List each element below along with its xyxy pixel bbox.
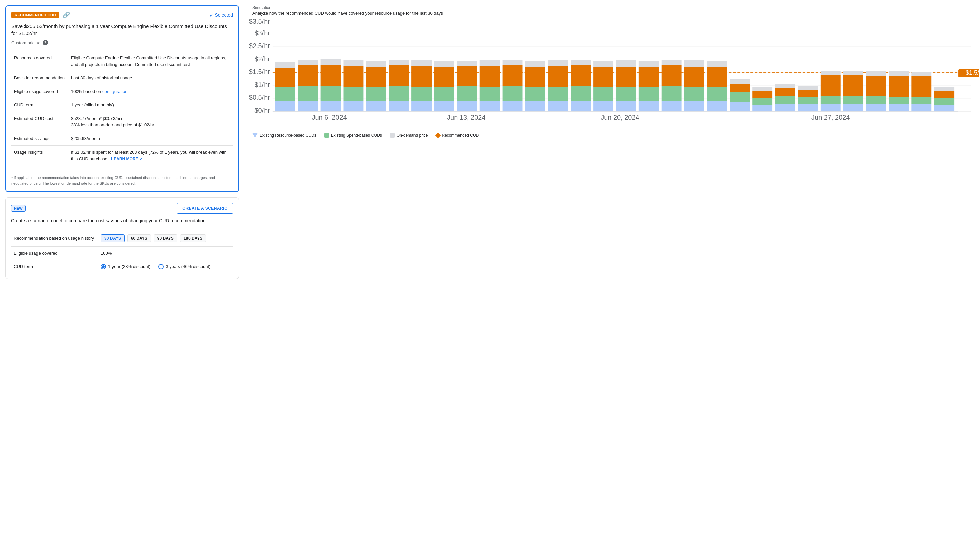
30-days-tab[interactable]: 30 DAYS [101, 234, 125, 242]
row-label: Estimated savings [12, 132, 68, 145]
row-value: Last 30 days of historical usage [68, 71, 233, 85]
svg-rect-52 [457, 60, 477, 66]
legend-diamond-icon [435, 133, 441, 138]
days-tabs: 30 DAYS 60 DAYS 90 DAYS 180 DAYS [101, 234, 231, 242]
svg-rect-128 [889, 71, 909, 76]
svg-rect-25 [321, 101, 341, 112]
svg-rect-21 [298, 101, 318, 112]
svg-rect-107 [775, 88, 795, 96]
svg-rect-62 [525, 87, 545, 101]
svg-rect-111 [798, 90, 818, 97]
selected-badge: ✓ Selected [209, 12, 233, 18]
1-year-radio-option[interactable]: 1 year (28% discount) [101, 264, 150, 269]
svg-rect-22 [298, 86, 318, 101]
svg-rect-84 [639, 60, 659, 67]
learn-more-link[interactable]: LEARN MORE ↗ [111, 156, 143, 162]
row-label: Eligible usage covered [12, 85, 68, 98]
1-year-radio[interactable] [101, 264, 106, 269]
svg-rect-124 [866, 71, 886, 76]
svg-rect-48 [434, 60, 454, 67]
svg-rect-44 [411, 60, 431, 66]
svg-rect-59 [503, 65, 523, 86]
180-days-tab[interactable]: 180 DAYS [180, 234, 206, 242]
rec-title: Save $205.63/month by purchasing a 1 yea… [12, 23, 233, 37]
legend-recommended-cud: Recommended CUD [436, 133, 479, 138]
svg-text:$1.5/hr: $1.5/hr [249, 68, 270, 75]
svg-rect-102 [752, 98, 772, 105]
svg-rect-60 [503, 60, 523, 65]
svg-rect-100 [730, 79, 750, 83]
svg-rect-42 [411, 87, 431, 101]
svg-rect-38 [389, 86, 409, 101]
right-panel: Simulation Analyze how the recommended C… [244, 0, 979, 560]
svg-rect-53 [480, 101, 500, 112]
3-year-radio[interactable] [159, 264, 164, 269]
svg-rect-110 [798, 97, 818, 104]
1-year-label: 1 year (28% discount) [108, 264, 150, 269]
table-row: Eligible usage covered 100% [11, 246, 233, 260]
table-row: Usage insights If $1.02/hr is spent for … [12, 145, 233, 166]
svg-rect-112 [798, 86, 818, 90]
svg-rect-96 [707, 60, 727, 67]
row-value: Eligible Compute Engine Flexible Committ… [68, 51, 233, 71]
svg-rect-136 [934, 87, 954, 91]
svg-rect-55 [480, 66, 500, 87]
svg-rect-80 [616, 60, 636, 67]
svg-rect-66 [548, 87, 568, 101]
svg-rect-23 [298, 65, 318, 86]
svg-rect-86 [662, 86, 682, 101]
svg-rect-95 [707, 67, 727, 87]
svg-rect-115 [820, 75, 841, 96]
svg-rect-50 [457, 86, 477, 101]
svg-rect-57 [503, 101, 523, 112]
svg-text:$3.5/hr: $3.5/hr [249, 18, 270, 25]
svg-rect-58 [503, 86, 523, 101]
svg-rect-113 [820, 104, 841, 112]
legend-triangle-icon [252, 133, 258, 138]
svg-rect-126 [889, 97, 909, 104]
60-days-tab[interactable]: 60 DAYS [127, 234, 151, 242]
svg-text:$3/hr: $3/hr [254, 30, 270, 37]
link-icon[interactable]: 🔗 [63, 12, 70, 19]
svg-rect-88 [662, 60, 682, 65]
svg-text:$1.5/hr: $1.5/hr [966, 69, 979, 76]
row-value: If $1.02/hr is spent for at least 263 da… [68, 145, 233, 166]
svg-rect-70 [571, 86, 591, 101]
svg-rect-74 [593, 87, 613, 101]
svg-rect-79 [616, 67, 636, 87]
create-scenario-button[interactable]: CREATE A SCENARIO [177, 203, 233, 214]
row-label: CUD term [12, 98, 68, 112]
svg-rect-109 [798, 104, 818, 112]
rec-card-header: RECOMMENDED CUD 🔗 ✓ Selected [12, 12, 233, 19]
checkmark-icon: ✓ [209, 12, 214, 18]
row-value: 100% [98, 246, 233, 260]
svg-rect-92 [684, 60, 705, 67]
svg-rect-67 [548, 66, 568, 87]
3-year-radio-option[interactable]: 3 years (46% discount) [159, 264, 210, 269]
custom-pricing-row: Custom pricing ? [12, 40, 233, 45]
svg-text:$0/hr: $0/hr [254, 107, 270, 114]
svg-rect-72 [571, 60, 591, 65]
table-row: CUD term 1 year (28% discount) 3 years (… [11, 260, 233, 273]
configuration-link[interactable]: configuration [102, 89, 127, 94]
svg-rect-98 [730, 92, 750, 102]
selected-label: Selected [215, 12, 233, 18]
footnote: * If applicable, the recommendation take… [12, 171, 233, 186]
help-icon[interactable]: ? [42, 40, 48, 45]
scenario-title: Create a scenario model to compare the c… [11, 218, 233, 225]
90-days-tab[interactable]: 90 DAYS [154, 234, 177, 242]
row-label: CUD term [11, 260, 98, 273]
svg-rect-116 [820, 71, 841, 75]
svg-rect-85 [662, 101, 682, 112]
svg-rect-104 [752, 87, 772, 91]
row-value: $528.77/month* ($0.73/hr) 28% less than … [68, 112, 233, 132]
svg-text:$2.5/hr: $2.5/hr [249, 42, 270, 50]
legend-spend-cud: Existing Spend-based CUDs [324, 133, 382, 138]
legend-square-gray-icon [390, 133, 395, 138]
custom-pricing-label: Custom pricing [12, 40, 40, 45]
row-value: 1 year (billed monthly) [68, 98, 233, 112]
row-label: Recommendation based on usage history [11, 230, 98, 246]
table-row: Eligible usage covered 100% based on con… [12, 85, 233, 98]
svg-rect-78 [616, 87, 636, 101]
svg-rect-90 [684, 87, 705, 101]
